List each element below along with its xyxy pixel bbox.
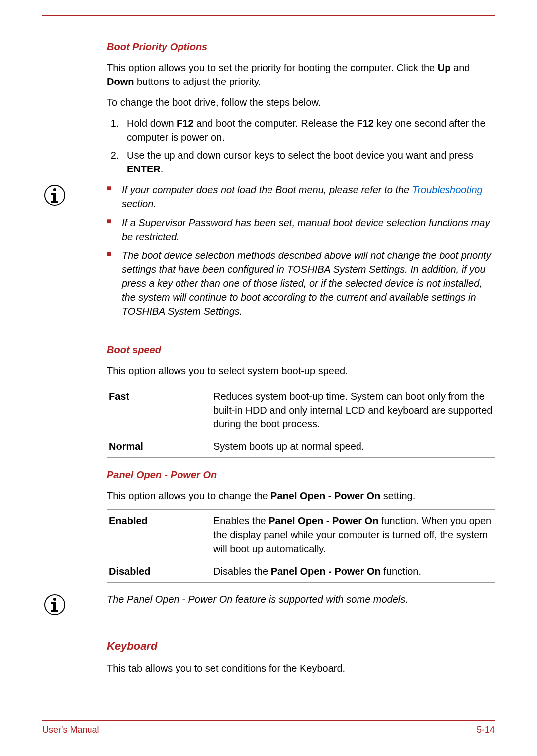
boot-speed-normal-label: Normal: [107, 435, 211, 458]
boot-speed-fast-label: Fast: [107, 385, 211, 435]
panel-open-disabled-desc: Disables the Panel Open - Power On funct…: [211, 560, 495, 583]
boot-speed-fast-desc: Reduces system boot-up time. System can …: [211, 385, 495, 435]
boot-speed-desc: This option allows you to select system …: [107, 364, 495, 378]
footer-left: User's Manual: [42, 724, 99, 736]
boot-priority-notes: If your computer does not load the Boot …: [107, 183, 495, 318]
panel-open-disabled-label: Disabled: [107, 560, 211, 583]
svg-point-6: [53, 598, 56, 601]
svg-rect-9: [51, 610, 58, 612]
boot-priority-p1: This option allows you to set the priori…: [107, 61, 495, 88]
step-2: Use the up and down cursor keys to selec…: [122, 148, 495, 176]
panel-open-table: Enabled Enables the Panel Open - Power O…: [107, 509, 495, 583]
table-row: Enabled Enables the Panel Open - Power O…: [107, 510, 495, 560]
svg-rect-3: [51, 193, 56, 195]
boot-speed-normal-desc: System boots up at normal speed.: [211, 435, 495, 458]
svg-point-1: [53, 188, 56, 191]
panel-open-enabled-desc: Enables the Panel Open - Power On functi…: [211, 510, 495, 560]
svg-rect-4: [51, 201, 58, 203]
heading-boot-priority: Boot Priority Options: [107, 40, 495, 54]
note-1: If your computer does not load the Boot …: [107, 183, 495, 211]
boot-speed-table: Fast Reduces system boot-up time. System…: [107, 385, 495, 458]
heading-keyboard: Keyboard: [107, 639, 495, 654]
note-2: If a Supervisor Password has been set, m…: [107, 216, 495, 244]
panel-open-enabled-label: Enabled: [107, 510, 211, 560]
step-1: Hold down F12 and boot the computer. Rel…: [122, 116, 495, 144]
info-icon: [42, 592, 67, 619]
panel-open-note: The Panel Open - Power On feature is sup…: [107, 592, 495, 606]
boot-priority-steps: Hold down F12 and boot the computer. Rel…: [107, 116, 495, 176]
troubleshooting-link[interactable]: Troubleshooting: [412, 184, 483, 195]
heading-panel-open: Panel Open - Power On: [107, 468, 495, 482]
footer-right: 5-14: [477, 724, 495, 736]
table-row: Fast Reduces system boot-up time. System…: [107, 385, 495, 435]
info-icon: [42, 183, 67, 209]
info-note-panel-open: The Panel Open - Power On feature is sup…: [107, 592, 495, 619]
note-3: The boot device selection methods descri…: [107, 249, 495, 318]
page-footer: User's Manual 5-14: [42, 720, 495, 736]
info-note-boot-priority: If your computer does not load the Boot …: [107, 183, 495, 323]
table-row: Normal System boots up at normal speed.: [107, 435, 495, 458]
boot-priority-p2: To change the boot drive, follow the ste…: [107, 95, 495, 109]
table-row: Disabled Disables the Panel Open - Power…: [107, 560, 495, 583]
top-rule: [42, 15, 495, 16]
heading-boot-speed: Boot speed: [107, 343, 495, 357]
panel-open-desc: This option allows you to change the Pan…: [107, 489, 495, 503]
keyboard-desc: This tab allows you to set conditions fo…: [107, 661, 495, 675]
svg-rect-8: [51, 602, 56, 604]
